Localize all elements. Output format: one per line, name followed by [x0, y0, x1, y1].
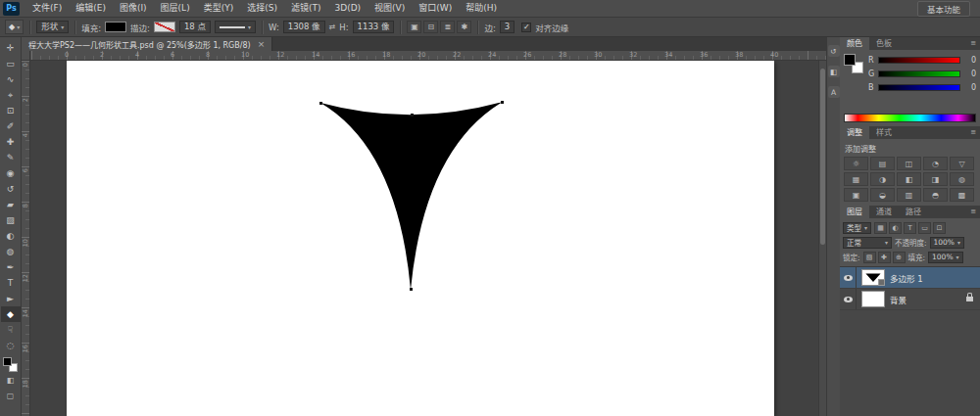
shape-width-input[interactable]: 1308 像 [283, 21, 325, 33]
photo-filter-icon[interactable]: ◨ [923, 172, 948, 186]
menu-edit[interactable]: 编辑(E) [69, 0, 113, 17]
path-arrange-icon[interactable]: ≣ [440, 21, 455, 33]
clone-stamp-tool[interactable]: ◉ [1, 165, 21, 181]
quick-selection-tool[interactable]: ⌖ [1, 87, 21, 103]
workspace-switcher-button[interactable]: 基本功能 [917, 1, 970, 17]
panel-menu-icon[interactable]: ≡ [970, 206, 980, 218]
opacity-input[interactable]: 100% ▾ [930, 237, 964, 249]
anchor-point[interactable] [319, 102, 322, 105]
tool-mode-select[interactable]: 形状 ▾ [36, 21, 69, 33]
gradient-tool[interactable]: ▨ [1, 212, 21, 228]
anchor-point[interactable] [410, 288, 413, 291]
tab-paths[interactable]: 路径 [899, 206, 928, 218]
tab-color[interactable]: 颜色 [840, 37, 869, 50]
menu-help[interactable]: 帮助(H) [459, 0, 504, 17]
fill-color-swatch[interactable] [105, 22, 126, 32]
stroke-width-input[interactable]: 18 点 [179, 21, 211, 33]
color-lookup-icon[interactable]: ▣ [844, 188, 868, 202]
tab-adjustments[interactable]: 调整 [840, 126, 869, 139]
document-tab[interactable]: 程大大学PS2——几何形状工具.psd @ 25%(多边形 1, RGB/8) … [22, 37, 272, 51]
visibility-toggle[interactable] [840, 267, 857, 288]
blur-tool[interactable]: ◐ [1, 228, 21, 244]
layer-row-background[interactable]: 背景 [840, 289, 980, 310]
menu-filter[interactable]: 滤镜(T) [284, 0, 328, 17]
foreground-color-swatch[interactable] [3, 357, 12, 366]
tab-layers[interactable]: 图层 [840, 206, 869, 218]
link-dimensions-icon[interactable]: ⇄ [329, 23, 336, 31]
eraser-tool[interactable]: ▰ [1, 197, 21, 212]
blend-mode-select[interactable]: 正常 ▾ [843, 237, 892, 249]
channel-slider-bar[interactable] [878, 57, 960, 64]
crop-tool[interactable]: ⊡ [1, 103, 21, 118]
channel-value[interactable]: 0 [963, 83, 976, 92]
menu-image[interactable]: 图像(I) [113, 0, 154, 17]
character-panel-icon[interactable]: A [828, 86, 840, 98]
pixel-filter-icon[interactable]: ▦ [874, 222, 887, 234]
menu-type[interactable]: 类型(Y) [197, 0, 241, 17]
channel-slider-bar[interactable] [878, 70, 960, 77]
scrollbar-thumb[interactable] [820, 69, 825, 245]
layer-thumbnail[interactable] [861, 291, 885, 307]
stroke-color-swatch[interactable] [154, 22, 175, 32]
menu-3d[interactable]: 3D(D) [327, 0, 368, 17]
selective-color-icon[interactable]: ▩ [950, 188, 974, 202]
type-tool[interactable]: T [1, 275, 21, 291]
tab-styles[interactable]: 样式 [869, 126, 899, 139]
layer-thumbnail[interactable] [861, 269, 885, 286]
brightness-contrast-icon[interactable]: ☼ [844, 157, 868, 170]
foreground-background-swatches[interactable] [3, 357, 18, 372]
channel-value[interactable]: 0 [963, 69, 976, 78]
anchor-point[interactable] [501, 101, 504, 104]
lock-position-icon[interactable]: ⊕ [893, 252, 906, 263]
panel-menu-icon[interactable]: ≡ [970, 37, 980, 50]
channel-slider-bar[interactable] [878, 84, 960, 91]
menu-view[interactable]: 视图(V) [368, 0, 412, 17]
close-icon[interactable]: × [258, 40, 266, 49]
type-filter-icon[interactable]: T [904, 222, 916, 234]
vertical-scrollbar[interactable] [818, 61, 826, 416]
color-spectrum-bar[interactable] [844, 114, 976, 122]
anchor-point[interactable] [411, 114, 414, 116]
foreground-background-swatches[interactable] [844, 54, 863, 73]
history-brush-tool[interactable]: ↺ [1, 181, 21, 197]
lasso-tool[interactable]: ∿ [1, 71, 21, 87]
healing-brush-tool[interactable]: ✚ [1, 134, 21, 150]
move-tool[interactable]: ✛ [1, 40, 21, 56]
posterize-icon[interactable]: ▥ [897, 188, 921, 202]
align-edges-checkbox[interactable]: ✓ [521, 23, 531, 32]
menu-layer[interactable]: 图层(L) [154, 0, 197, 17]
fill-input[interactable]: 100% ▾ [928, 252, 962, 263]
history-panel-icon[interactable]: ↺ [828, 45, 840, 57]
marquee-tool[interactable]: ▭ [1, 56, 21, 71]
channel-value[interactable]: 0 [963, 56, 976, 65]
visibility-toggle[interactable] [840, 289, 857, 309]
shape-height-input[interactable]: 1133 像 [353, 21, 395, 33]
filter-kind-select[interactable]: 类型 ▾ [843, 222, 871, 234]
brush-tool[interactable]: ✎ [1, 150, 21, 165]
menu-window[interactable]: 窗口(W) [412, 0, 459, 17]
dodge-tool[interactable]: ◍ [1, 244, 21, 259]
path-selection-tool[interactable]: ► [1, 291, 21, 306]
eyedropper-tool[interactable]: ✐ [1, 118, 21, 134]
tab-swatches[interactable]: 色板 [869, 37, 899, 50]
levels-icon[interactable]: ▤ [870, 157, 895, 170]
tab-channels[interactable]: 通道 [869, 206, 899, 218]
menu-file[interactable]: 文件(F) [25, 0, 69, 17]
properties-panel-icon[interactable]: ◧ [828, 66, 840, 77]
hand-tool[interactable]: ☟ [1, 322, 21, 338]
shape-tool[interactable]: ◆ [1, 306, 21, 322]
stroke-style-select[interactable]: ▾ [215, 21, 256, 33]
lock-transparency-icon[interactable]: ▧ [863, 252, 876, 263]
pen-tool[interactable]: ✒ [1, 259, 21, 275]
threshold-icon[interactable]: ◓ [923, 188, 948, 202]
lock-pixels-icon[interactable]: ✚ [878, 252, 891, 263]
shape-filter-icon[interactable]: ▭ [918, 222, 931, 234]
tool-preset-picker[interactable]: ◆ ▾ [5, 20, 24, 34]
color-balance-icon[interactable]: ◑ [870, 172, 895, 186]
screen-mode-icon[interactable]: ▢ [7, 392, 15, 403]
hue-saturation-icon[interactable]: ▦ [844, 172, 868, 186]
black-white-icon[interactable]: ◧ [897, 172, 921, 186]
channel-mixer-icon[interactable]: ◍ [950, 172, 974, 186]
sides-input[interactable]: 3 [500, 21, 514, 33]
exposure-icon[interactable]: ◔ [923, 157, 948, 170]
